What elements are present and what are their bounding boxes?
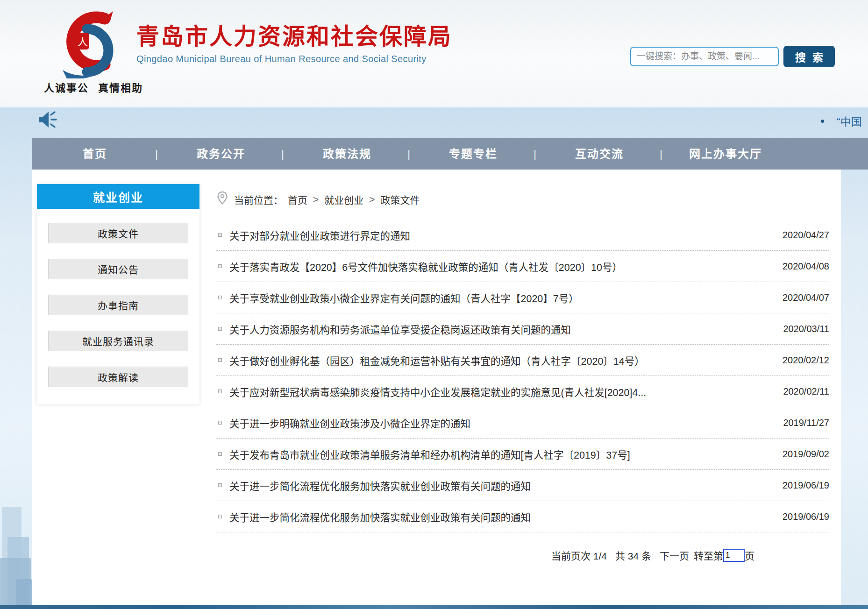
article-row: 关于进一步明确就业创业政策涉及小微企业界定的通知 2019/11/27 xyxy=(216,407,829,439)
title-block: 青岛市人力资源和社会保障局 Qingdao Municipal Bureau o… xyxy=(136,24,452,64)
skyline-decoration xyxy=(16,579,32,606)
article-title-link[interactable]: 关于做好创业孵化基（园区）租金减免和运营补贴有关事宜的通知（青人社字〔2020〕… xyxy=(229,353,771,368)
article-row: 关于对部分就业创业政策进行界定的通知 2020/04/27 xyxy=(216,220,829,251)
breadcrumb: 当前位置： 首页 > 就业创业 > xyxy=(216,191,829,207)
breadcrumb-separator: > xyxy=(313,194,319,205)
sidebar-item-label: 政策文件 xyxy=(98,226,139,240)
list-bullet-icon xyxy=(218,233,222,237)
list-bullet-icon xyxy=(218,483,222,487)
article-date: 2019/11/27 xyxy=(783,418,829,428)
article-date: 2020/04/08 xyxy=(783,261,829,272)
search-button[interactable]: 搜索 xyxy=(783,46,835,67)
nav-item[interactable]: 政策法规 | xyxy=(284,138,410,170)
main-column: 当前位置： 首页 > 就业创业 > xyxy=(216,170,829,562)
goto-page-input[interactable] xyxy=(723,549,745,562)
article-title-link[interactable]: 关于享受就业创业政策小微企业界定有关问题的通知（青人社字【2020】7号） xyxy=(229,290,771,305)
nav-item[interactable]: 首页 | xyxy=(32,138,158,170)
marquee-bullet: • xyxy=(820,114,825,128)
sidebar-item[interactable]: 通知公告 xyxy=(48,259,188,279)
sidebar-item[interactable]: 就业服务通讯录 xyxy=(48,331,188,351)
article-title-link[interactable]: 关于发布青岛市就业创业政策清单服务清单和经办机构清单的通知[青人社字〔2019〕… xyxy=(229,447,771,461)
logo-graphic: 人 xyxy=(50,5,128,78)
nav-item-label: 政策法规 xyxy=(323,148,371,160)
article-row: 关于进一步简化流程优化服务加快落实就业创业政策有关问题的通知 2019/06/1… xyxy=(216,501,829,532)
list-bullet-icon xyxy=(218,358,222,362)
article-date: 2019/06/19 xyxy=(783,511,829,522)
nav-item[interactable]: 互动交流 | xyxy=(536,138,662,170)
list-bullet-icon xyxy=(218,389,222,393)
nav-item-label: 政务公开 xyxy=(197,148,245,160)
next-page-link[interactable]: 下一页 xyxy=(660,548,689,562)
site-title: 青岛市人力资源和社会保障局 xyxy=(136,24,452,50)
nav-item[interactable]: 网上办事大厅 | xyxy=(662,138,789,170)
article-row: 关于做好创业孵化基（园区）租金减免和运营补贴有关事宜的通知（青人社字〔2020〕… xyxy=(216,345,829,376)
nav-item[interactable]: 专题专栏 | xyxy=(410,138,536,170)
notice-bar: • “中国 xyxy=(0,107,868,138)
sidebar-item-label: 通知公告 xyxy=(98,262,139,276)
article-row: 关于享受就业创业政策小微企业界定有关问题的通知（青人社字【2020】7号） 20… xyxy=(216,282,829,313)
sidebar-item-label: 政策解读 xyxy=(98,370,139,384)
site-header: 人 青岛市人力资源和社会保障局 Qingdao Municipal Bureau… xyxy=(0,0,868,107)
sidebar-item[interactable]: 办事指南 xyxy=(48,295,188,315)
article-title-link[interactable]: 关于应对新型冠状病毒感染肺炎疫情支持中小企业发展稳定就业的实施意见(青人社发[2… xyxy=(229,384,772,399)
breadcrumb-link[interactable]: 就业创业 xyxy=(324,192,363,206)
goto-prefix: 转至第 xyxy=(694,548,723,562)
nav-item[interactable]: 政务公开 | xyxy=(158,138,284,170)
list-bullet-icon xyxy=(218,264,222,268)
sidebar-item[interactable]: 政策解读 xyxy=(48,367,188,387)
article-row: 关于发布青岛市就业创业政策清单服务清单和经办机构清单的通知[青人社字〔2019〕… xyxy=(216,439,829,470)
article-title-link[interactable]: 关于进一步简化流程优化服务加快落实就业创业政策有关问题的通知 xyxy=(229,478,771,493)
goto-suffix: 页 xyxy=(745,548,754,562)
list-bullet-icon xyxy=(218,327,222,331)
list-bullet-icon xyxy=(218,421,222,425)
sidebar-item[interactable]: 政策文件 xyxy=(48,223,188,243)
sidebar-title[interactable]: 就业创业 xyxy=(37,184,199,209)
sidebar: 就业创业 政策文件 通知公告 办事指南 就业服务通 xyxy=(37,184,199,404)
speaker-icon[interactable] xyxy=(37,110,57,131)
site-subtitle: Qingdao Municipal Bureau of Human Resour… xyxy=(136,54,452,64)
notice-marquee[interactable]: • “中国 xyxy=(820,113,862,129)
breadcrumb-label: 当前位置： xyxy=(234,192,283,206)
article-row: 关于人力资源服务机构和劳务派遣单位享受援企稳岗返还政策有关问题的通知 2020/… xyxy=(216,313,829,345)
total-count: 共 34 条 xyxy=(615,548,651,562)
breadcrumb-separator: > xyxy=(369,194,375,205)
nav-item-label: 专题专栏 xyxy=(449,148,498,160)
article-date: 2019/09/02 xyxy=(783,449,829,460)
list-bullet-icon xyxy=(218,452,222,456)
article-row: 关于落实青政发【2020】6号文件加快落实稳就业政策的通知（青人社发〔2020〕… xyxy=(216,251,829,282)
article-date: 2020/02/12 xyxy=(783,355,829,366)
breadcrumb-trail: 首页 > 就业创业 > 政策文件 > xyxy=(288,192,420,206)
breadcrumb-link[interactable]: 政策文件 xyxy=(381,192,420,206)
list-bullet-icon xyxy=(218,515,222,518)
nav-item-label: 网上办事大厅 xyxy=(689,148,762,160)
svg-text:人: 人 xyxy=(78,36,88,48)
breadcrumb-item: 政策文件 > xyxy=(381,192,420,206)
breadcrumb-item: 就业创业 > xyxy=(324,192,380,206)
page-indicator: 当前页次 1/4 xyxy=(551,548,607,562)
article-row: 关于进一步简化流程优化服务加快落实就业创业政策有关问题的通知 2019/06/1… xyxy=(216,470,829,501)
nav-item-label: 首页 xyxy=(83,148,107,160)
search-input[interactable] xyxy=(630,47,779,66)
site-logo[interactable]: 人 xyxy=(50,5,128,78)
slogan: 人诚事公 真情相助 xyxy=(44,79,143,94)
article-date: 2020/04/07 xyxy=(783,292,829,303)
article-title-link[interactable]: 关于进一步简化流程优化服务加快落实就业创业政策有关问题的通知 xyxy=(229,510,771,524)
page: 人 青岛市人力资源和社会保障局 Qingdao Municipal Bureau… xyxy=(0,0,868,609)
article-list: 关于对部分就业创业政策进行界定的通知 2020/04/27 关于落实青政发【20… xyxy=(216,220,829,532)
article-title-link[interactable]: 关于落实青政发【2020】6号文件加快落实稳就业政策的通知（青人社发〔2020〕… xyxy=(229,259,771,274)
article-title-link[interactable]: 关于对部分就业创业政策进行界定的通知 xyxy=(229,228,771,242)
breadcrumb-link[interactable]: 首页 xyxy=(288,192,307,206)
marquee-text: “中国 xyxy=(837,113,862,129)
content-panel: 就业创业 政策文件 通知公告 办事指南 就业服务通 xyxy=(32,170,841,606)
article-date: 2020/04/27 xyxy=(783,230,829,241)
article-row: 关于应对新型冠状病毒感染肺炎疫情支持中小企业发展稳定就业的实施意见(青人社发[2… xyxy=(216,376,829,407)
main-nav: 首页 | 政务公开 | 政策法规 | 专题专栏 | 互动交流 | xyxy=(32,138,868,170)
sidebar-menu: 政策文件 通知公告 办事指南 就业服务通讯录 政策解读 xyxy=(37,209,199,404)
search-box: 搜索 xyxy=(630,46,835,67)
article-title-link[interactable]: 关于人力资源服务机构和劳务派遣单位享受援企稳岗返还政策有关问题的通知 xyxy=(229,322,772,336)
article-title-link[interactable]: 关于进一步明确就业创业政策涉及小微企业界定的通知 xyxy=(229,416,772,430)
article-date: 2019/06/19 xyxy=(783,480,829,491)
list-bullet-icon xyxy=(218,296,222,299)
breadcrumb-item: 首页 > xyxy=(288,192,324,206)
nav-item-label: 互动交流 xyxy=(575,148,624,160)
